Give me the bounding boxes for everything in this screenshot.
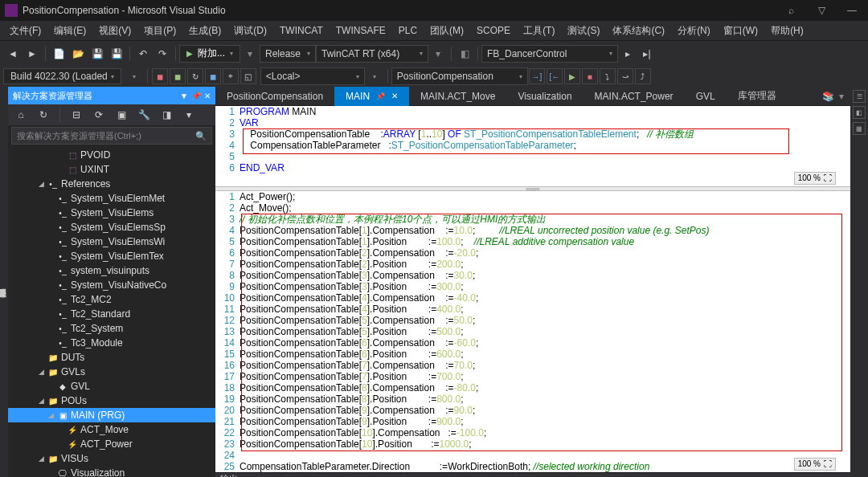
code-line[interactable]: PositionCompensationTable[3].Position :=… (240, 281, 850, 292)
tree-node[interactable]: •⎯System_VisuElems (8, 206, 215, 220)
menu-item[interactable]: 生成(B) (182, 22, 227, 39)
menu-item[interactable]: TWINCAT (273, 23, 330, 38)
tree-node[interactable]: ◢📁VISUs (8, 451, 215, 466)
code-line[interactable] (240, 450, 850, 461)
dropdown-button[interactable]: ▾ (125, 67, 143, 85)
zoom-indicator-body[interactable]: 100 %⛶ (794, 458, 836, 471)
tree-node[interactable]: 🖵Visualization (8, 466, 215, 477)
tabstrip-overflow-icon[interactable]: 📚 (822, 91, 834, 102)
code-line[interactable]: PositionCompensationTable[2].Compensatio… (240, 247, 850, 259)
tc-config-icon[interactable]: ◼ (152, 68, 168, 84)
tree-node[interactable]: ◢📁GVLs (8, 365, 215, 379)
code-line[interactable]: PositionCompensationTable[2].Position :=… (240, 259, 850, 270)
code-line[interactable]: PositionCompensationTable[1].Position :=… (240, 236, 850, 247)
tree-node[interactable]: ⚡ACT_Power (8, 437, 215, 451)
tree-node[interactable]: ◢•⎯References (8, 177, 215, 191)
tree-node[interactable]: •⎯System_VisuElemMet (8, 191, 215, 206)
code-line[interactable]: PositionCompensationTable[5].Compensatio… (240, 315, 850, 326)
back-button[interactable]: ◄ (4, 45, 22, 63)
code-line[interactable]: PositionCompensationTable[9].Compensatio… (240, 405, 850, 416)
quicklaunch-icon[interactable]: ⌕ (780, 2, 802, 18)
tree-node[interactable]: •⎯Tc2_System (8, 321, 215, 336)
solution-explorer-search[interactable]: 搜索解决方案资源管理器(Ctrl+;) 🔍 (11, 127, 212, 145)
collapse-icon[interactable]: ⊟ (68, 106, 85, 124)
code-line[interactable]: PositionCompensationTable :ARRAY [1..10]… (240, 128, 850, 140)
menu-item[interactable]: SCOPE (470, 23, 517, 38)
tc-start-icon[interactable]: ▶ (564, 68, 580, 84)
code-line[interactable]: PositionCompensationTable[7].Compensatio… (240, 360, 850, 371)
menu-item[interactable]: 团队(M) (424, 22, 470, 39)
tree-node[interactable]: •⎯Tc2_Standard (8, 307, 215, 321)
tree-node[interactable]: ◆GVL (8, 379, 215, 393)
nav-end-button[interactable]: ▸| (638, 45, 656, 63)
tree-node[interactable]: •⎯Tc2_MC2 (8, 292, 215, 307)
collapsed-panel-icon[interactable]: ◧ (853, 106, 866, 119)
tree-node[interactable]: •⎯System_VisuElemsSp (8, 220, 215, 234)
tc-run-icon[interactable]: ◼ (170, 68, 186, 84)
forward-button[interactable]: ► (23, 45, 41, 63)
editor-tab[interactable]: 库管理器 (727, 87, 788, 106)
dropdown-icon[interactable]: ▼ (180, 92, 188, 100)
left-collapsed-panel[interactable]: 服务器资源管理器 (0, 87, 8, 477)
new-project-button[interactable]: 📄 (50, 45, 68, 63)
code-line[interactable]: END_VAR (240, 162, 850, 173)
saveall-button[interactable]: 💾 (108, 45, 125, 63)
code-line[interactable]: PositionCompensationTable[1].Compensatio… (240, 225, 850, 236)
fb-combo[interactable]: FB_DancerControl▾ (481, 45, 618, 63)
tab-close-icon[interactable]: ✕ (391, 92, 398, 100)
tc-stop-icon[interactable]: ■ (582, 68, 598, 84)
save-button[interactable]: 💾 (88, 45, 106, 63)
editor-tab[interactable]: MAIN.ACT_Power (583, 87, 685, 106)
preview-icon[interactable]: ◨ (158, 106, 175, 124)
code-line[interactable] (240, 151, 850, 162)
code-line[interactable]: PositionCompensationTable[7].Position :=… (240, 371, 850, 382)
editor-tab[interactable]: MAIN.ACT_Move (409, 87, 506, 106)
menu-item[interactable]: 体系结构(C) (606, 22, 671, 39)
toolbar-btn[interactable]: ◧ (456, 45, 473, 63)
dropdown-icon[interactable]: ▾ (180, 106, 198, 124)
code-line[interactable]: PositionCompensationTable[4].Position :=… (240, 304, 850, 315)
code-line[interactable]: CompensationTableParameter :ST_PositionC… (240, 140, 850, 151)
tc-misc-icon[interactable]: ◱ (240, 68, 256, 84)
code-line[interactable]: Act_Power(); (240, 191, 850, 202)
tc-logout-icon[interactable]: [← (547, 68, 563, 84)
code-line[interactable]: PositionCompensationTable[6].Compensatio… (240, 337, 850, 349)
code-line[interactable]: PositionCompensationTable[10].Compensati… (240, 427, 850, 438)
editor-tab[interactable]: MAIN📌✕ (334, 87, 409, 106)
config-combo[interactable]: Release▾ (260, 45, 316, 63)
pin-icon[interactable]: 📌 (191, 92, 201, 100)
tc-pick-icon[interactable]: ⌖ (223, 68, 239, 84)
home-icon[interactable]: ⌂ (12, 106, 30, 124)
menu-item[interactable]: PLC (392, 23, 424, 38)
collapsed-panel-icon[interactable]: ▦ (853, 122, 866, 135)
editor-tab[interactable]: GVL (685, 87, 727, 106)
code-line[interactable]: PROGRAM MAIN (240, 106, 850, 117)
code-line[interactable]: VAR (240, 117, 850, 128)
menu-item[interactable]: 测试(S) (561, 22, 606, 39)
menu-item[interactable]: 视图(V) (92, 22, 137, 39)
menu-item[interactable]: 帮助(H) (764, 22, 810, 39)
code-line[interactable]: // 初始化补偿点数和位置，本例程补偿10个点，可以通过HMI的方式输出 (240, 214, 850, 225)
code-line[interactable]: CompensationTableParameter.Direction :=W… (240, 461, 850, 472)
tree-node[interactable]: 📁DUTs (8, 350, 215, 365)
target-combo[interactable]: TwinCAT RT (x64)▾ (316, 45, 428, 63)
tabstrip-dropdown-icon[interactable]: ▾ (839, 91, 844, 102)
minimize-button[interactable]: — (841, 2, 863, 18)
code-line[interactable]: PositionCompensationTable[9].Position :=… (240, 416, 850, 427)
nav-next-button[interactable]: ▸ (619, 45, 637, 63)
tc-stepover-icon[interactable]: ⤻ (617, 68, 633, 84)
tc-stepout-icon[interactable]: ⤴ (635, 68, 651, 84)
code-line[interactable]: PositionCompensationTable[8].Position :=… (240, 393, 850, 405)
redo-button[interactable]: ↷ (154, 45, 171, 63)
tree-node[interactable]: ⬚PVOID (8, 148, 215, 162)
tc-config2-icon[interactable]: ◼ (205, 68, 221, 84)
properties-icon[interactable]: 🔧 (135, 106, 153, 124)
collapsed-panel-icon[interactable]: ☰ (853, 90, 866, 103)
code-line[interactable]: PositionCompensationTable[6].Position :=… (240, 349, 850, 360)
tree-node[interactable]: ◢▣MAIN (PRG) (8, 408, 215, 422)
code-line[interactable]: PositionCompensationTable[5].Position :=… (240, 326, 850, 337)
tree-node[interactable]: ⬚UXINT (8, 162, 215, 177)
refresh-icon[interactable]: ↻ (35, 106, 52, 124)
code-line[interactable]: PositionCompensationTable[10].Position :… (240, 438, 850, 450)
notification-icon[interactable]: ▽ (810, 2, 833, 18)
